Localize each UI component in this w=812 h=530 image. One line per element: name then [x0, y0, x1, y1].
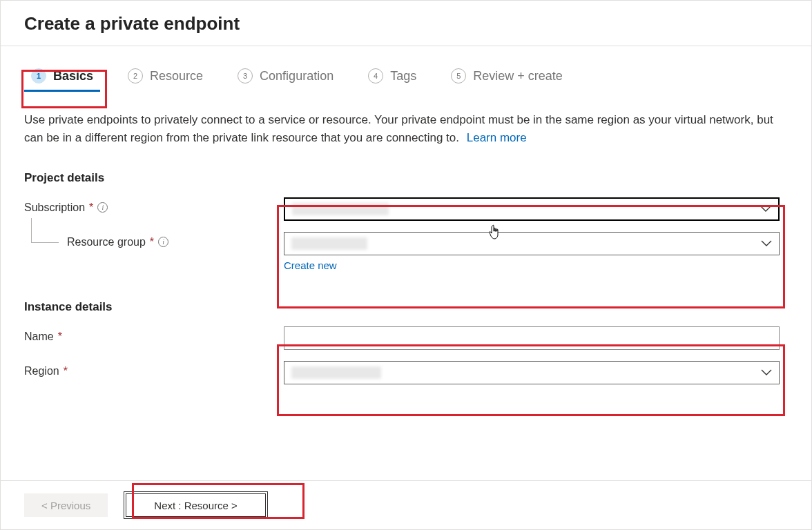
required-indicator: * — [64, 365, 68, 377]
step-badge: 3 — [238, 68, 253, 84]
wizard-tabstrip: 1 Basics 2 Resource 3 Configuration 4 Ta… — [21, 46, 791, 96]
project-details-heading: Project details — [21, 171, 791, 185]
previous-button: < Previous — [24, 493, 108, 517]
tab-label: Configuration — [260, 69, 334, 84]
subscription-label: Subscription * i — [24, 197, 284, 214]
step-badge: 4 — [368, 68, 383, 84]
tree-connector-icon — [31, 218, 59, 243]
create-new-link[interactable]: Create new — [284, 259, 337, 271]
chevron-down-icon — [761, 240, 772, 247]
name-input[interactable] — [284, 326, 780, 350]
learn-more-link[interactable]: Learn more — [467, 131, 527, 144]
tab-label: Tags — [390, 69, 416, 84]
step-badge: 5 — [451, 68, 466, 84]
info-icon[interactable]: i — [97, 202, 108, 213]
tab-label: Review + create — [473, 69, 563, 84]
tab-resource[interactable]: 2 Resource — [121, 64, 210, 90]
chevron-down-icon — [761, 369, 772, 376]
tab-basics[interactable]: 1 Basics — [24, 64, 100, 90]
tab-label: Basics — [53, 69, 93, 84]
region-label: Region * — [24, 361, 284, 377]
subscription-value — [292, 203, 389, 215]
info-icon[interactable]: i — [158, 237, 168, 247]
required-indicator: * — [58, 331, 62, 343]
resource-group-label: Resource group * i — [24, 232, 284, 248]
required-indicator: * — [89, 202, 93, 214]
required-indicator: * — [150, 236, 154, 248]
tab-tags[interactable]: 4 Tags — [361, 64, 423, 90]
step-badge: 2 — [128, 68, 143, 84]
tab-configuration[interactable]: 3 Configuration — [231, 64, 340, 90]
subscription-dropdown[interactable] — [284, 197, 780, 221]
resource-group-value — [291, 237, 367, 250]
resource-group-dropdown[interactable] — [284, 232, 780, 255]
wizard-footer: < Previous Next : Resource > — [1, 480, 811, 529]
region-dropdown[interactable] — [284, 361, 780, 384]
instance-details-heading: Instance details — [21, 300, 791, 314]
tab-review-create[interactable]: 5 Review + create — [444, 64, 570, 90]
intro-text: Use private endpoints to privately conne… — [21, 96, 781, 148]
region-value — [291, 366, 381, 379]
tab-label: Resource — [150, 69, 203, 84]
chevron-down-icon — [760, 206, 771, 213]
next-button[interactable]: Next : Resource > — [126, 493, 265, 517]
step-badge: 1 — [31, 68, 46, 84]
name-label: Name * — [24, 326, 284, 343]
page-title: Create a private endpoint — [24, 13, 788, 35]
